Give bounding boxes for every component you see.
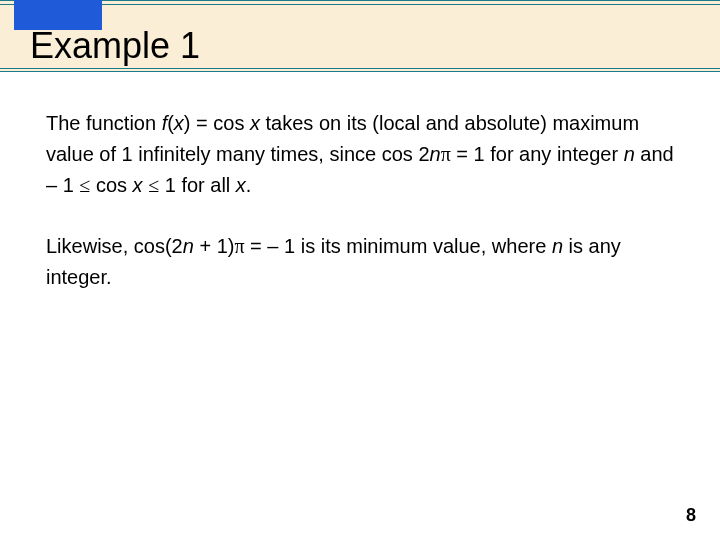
var-n: n: [183, 235, 194, 257]
var-n: n: [624, 143, 635, 165]
le-symbol: ≤: [79, 174, 90, 196]
slide-header: Example 1: [0, 0, 720, 72]
pi-symbol: π: [441, 143, 451, 165]
text: ) = cos: [184, 112, 250, 134]
slide-body: The function f(x) = cos x takes on its (…: [0, 72, 720, 293]
text: + 1): [194, 235, 235, 257]
var-x: x: [236, 174, 246, 196]
pi-symbol: π: [234, 235, 244, 257]
var-x: x: [250, 112, 260, 134]
slide-title: Example 1: [30, 25, 200, 67]
var-x: x: [174, 112, 184, 134]
text: cos: [90, 174, 132, 196]
text: The function: [46, 112, 162, 134]
text: = 1 for any integer: [451, 143, 624, 165]
header-rule-bottom-1: [0, 68, 720, 69]
text: .: [246, 174, 252, 196]
header-rule-bottom-2: [0, 71, 720, 72]
text: 1 for all: [159, 174, 236, 196]
paragraph-1: The function f(x) = cos x takes on its (…: [46, 108, 674, 201]
paragraph-2: Likewise, cos(2n + 1)π = – 1 is its mini…: [46, 231, 674, 293]
le-symbol: ≤: [148, 174, 159, 196]
var-x: x: [133, 174, 143, 196]
page-number: 8: [686, 505, 696, 526]
var-n: n: [552, 235, 563, 257]
text: = – 1 is its minimum value, where: [245, 235, 552, 257]
var-n: n: [430, 143, 441, 165]
text: Likewise, cos(2: [46, 235, 183, 257]
header-rule-top: [0, 4, 720, 5]
text: (: [167, 112, 174, 134]
